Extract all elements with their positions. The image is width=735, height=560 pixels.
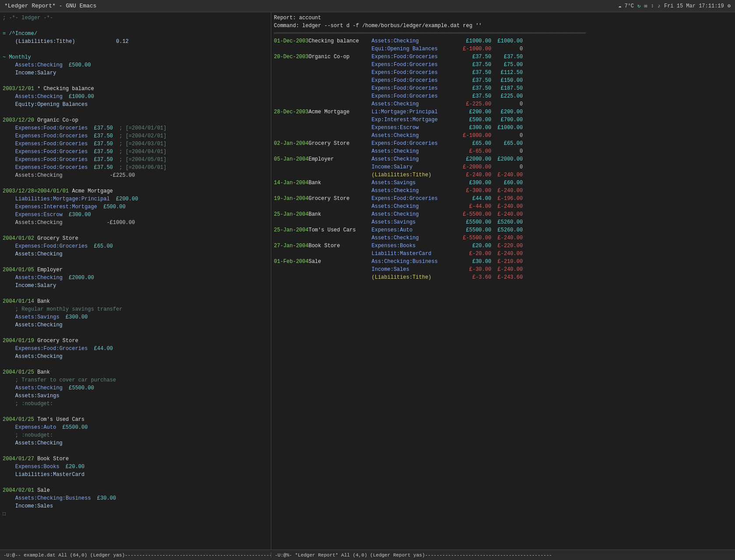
report-row: 01-Dec-2003Checking balance Assets:Check…	[274, 37, 732, 45]
left-line: Assets:Checking:Business £30.00	[3, 494, 268, 502]
volume-icon[interactable]: ♪	[658, 3, 661, 9]
report-row: Assets:Checking £-44.00 £-240.00	[274, 203, 732, 210]
left-line	[3, 290, 268, 298]
report-row: (Liabilities:Tithe) £-3.60 £-243.60	[274, 273, 732, 281]
report-row: Assets:Savings £5500.00 £5260.00	[274, 218, 732, 226]
left-line: Expenses:Auto £5500.00	[3, 424, 268, 431]
left-line: ; Transfer to cover car purchase	[3, 376, 268, 384]
left-line: Assets:Checking £5500.00	[3, 384, 268, 392]
report-row: Expens:Food:Groceries £37.50 £187.50	[274, 84, 732, 92]
report-row: 14-Jan-2004Bank Assets:Savings £300.00 £…	[274, 179, 732, 187]
gear-icon[interactable]: ⚙	[728, 3, 731, 9]
left-line: Assets:Checking -£1000.00	[3, 219, 268, 227]
left-line	[3, 22, 268, 30]
report-row: (Liabilities:Tithe) £-240.00 £-240.00	[274, 171, 732, 179]
statusbar: -U:@-- example.dat All (64,0) (Ledger ya…	[0, 550, 735, 560]
titlebar-right: ☁ 7°C ↻ ✉ ↕ ♪ Fri 15 Mar 17:11:19 ⚙	[618, 3, 731, 9]
report-header1: Report: account	[274, 14, 732, 22]
report-row: Expens:Food:Groceries £37.50 £75.00	[274, 61, 732, 69]
left-line: Expenses:Food:Groceries £37.50 ; [=2004/…	[3, 124, 268, 132]
left-line	[3, 258, 268, 266]
left-line: 2003/12/20 Organic Co-op	[3, 116, 268, 124]
report-row: Assets:Checking £-300.00 £-240.00	[274, 187, 732, 195]
left-line: 2004/01/02 Grocery Store	[3, 234, 268, 242]
left-line: 2004/01/19 Grocery Store	[3, 337, 268, 345]
right-pane: Report: account Command: ledger --sort d…	[271, 12, 735, 550]
left-line: Assets:Checking	[3, 250, 268, 258]
report-row: 28-Dec-2003Acme Mortgage Li:Mortgage:Pri…	[274, 108, 732, 116]
report-row: 02-Jan-2004Grocery Store Expens:Food:Gro…	[274, 140, 732, 147]
report-row: Expenses:Escrow £300.00 £1000.00	[274, 124, 732, 132]
report-row: Equi:Opening Balances £-1000.00 0	[274, 45, 732, 53]
left-line	[3, 179, 268, 187]
report-row: 25-Jan-2004Bank Assets:Checking £-5500.0…	[274, 210, 732, 218]
left-line	[3, 77, 268, 85]
report-row: 01-Feb-2004Sale Ass:Checking:Business £3…	[274, 258, 732, 266]
left-line	[3, 360, 268, 368]
left-line: Assets:Checking	[3, 353, 268, 360]
report-row: Assets:Checking £-1000.00 0	[274, 132, 732, 140]
left-line: Expenses:Food:Groceries £37.50 ; [=2004/…	[3, 132, 268, 140]
left-line: 2004/01/25 Bank	[3, 368, 268, 376]
left-line: Assets:Checking	[3, 321, 268, 329]
left-line: Assets:Checking	[3, 439, 268, 447]
left-line: ; -*- ledger -*-	[3, 14, 268, 22]
report-row: Assets:Checking £-225.00 0	[274, 100, 732, 108]
left-line: Assets:Checking £1000.00	[3, 93, 268, 101]
report-row: Expens:Food:Groceries £37.50 £225.00	[274, 92, 732, 100]
report-header2: Command: ledger --sort d -f /home/borbus…	[274, 22, 732, 30]
left-line: Liabilities:Mortgage:Principal £200.00	[3, 195, 268, 203]
left-line: □	[3, 510, 268, 518]
left-line: 2003/12/28=2004/01/01 Acme Mortgage	[3, 187, 268, 195]
left-line: Expenses:Interest:Mortgage £500.00	[3, 203, 268, 211]
main-container: ; -*- ledger -*- = /^Income/ (Liabilitie…	[0, 12, 735, 550]
left-line: 2004/01/05 Employer	[3, 266, 268, 274]
left-line: 2004/01/25 Tom's Used Cars	[3, 416, 268, 424]
left-line: Expenses:Food:Groceries £65.00	[3, 242, 268, 250]
left-line	[3, 479, 268, 486]
left-line: 2004/01/14 Bank	[3, 298, 268, 305]
report-row: 05-Jan-2004Employer Assets:Checking £200…	[274, 155, 732, 163]
left-line: 2004/02/01 Sale	[3, 486, 268, 494]
refresh-icon[interactable]: ↻	[637, 3, 640, 9]
left-line: ; :nobudget:	[3, 431, 268, 439]
left-line: 2003/12/01 * Checking balance	[3, 85, 268, 93]
left-line: Assets:Savings	[3, 392, 268, 400]
left-line: = /^Income/	[3, 30, 268, 38]
report-separator: ════════════════════════════════════════…	[274, 30, 732, 37]
left-line: 2004/01/27 Book Store	[3, 455, 268, 463]
left-line: Income:Sales	[3, 502, 268, 510]
report-row: 25-Jan-2004Tom's Used Cars Expenses:Auto…	[274, 226, 732, 234]
left-line	[3, 227, 268, 234]
report-row: Liabilit:MasterCard £-20.00 £-240.00	[274, 250, 732, 258]
left-line: Assets:Checking -£225.00	[3, 172, 268, 179]
network-icon[interactable]: ↕	[651, 3, 654, 9]
statusbar-right: -U:@%- *Ledger Report* All (4,0) (Ledger…	[271, 553, 735, 558]
left-line: Expenses:Food:Groceries £37.50 ; [=2004/…	[3, 156, 268, 164]
left-line: Expenses:Escrow £300.00	[3, 211, 268, 219]
statusbar-left: -U:@-- example.dat All (64,0) (Ledger ya…	[0, 553, 271, 558]
report-row: Income:Sales £-30.00 £-240.00	[274, 266, 732, 273]
left-line: Assets:Checking £2000.00	[3, 274, 268, 282]
left-line: Expenses:Books £20.00	[3, 463, 268, 471]
mail-icon[interactable]: ✉	[644, 3, 647, 9]
weather-display: ☁ 7°C	[618, 3, 634, 9]
titlebar: *Ledger Report* - GNU Emacs ☁ 7°C ↻ ✉ ↕ …	[0, 0, 735, 12]
left-line: Income:Salary	[3, 282, 268, 290]
left-line	[3, 329, 268, 337]
report-row: 19-Jan-2004Grocery Store Expens:Food:Gro…	[274, 195, 732, 203]
report-row: 20-Dec-2003Organic Co-op Expens:Food:Gro…	[274, 53, 732, 61]
report-row: Assets:Checking £-5500.00 £-240.00	[274, 234, 732, 242]
report-row: Income:Salary £-2000.00 0	[274, 163, 732, 171]
left-line: ; Regular monthly savings transfer	[3, 305, 268, 313]
left-line	[3, 108, 268, 116]
titlebar-title: *Ledger Report* - GNU Emacs	[4, 3, 97, 9]
left-line	[3, 46, 268, 53]
left-line	[3, 447, 268, 455]
left-line: Assets:Savings £300.00	[3, 313, 268, 321]
left-pane: ; -*- ledger -*- = /^Income/ (Liabilitie…	[0, 12, 271, 550]
report-table: 01-Dec-2003Checking balance Assets:Check…	[274, 37, 732, 281]
left-line	[3, 408, 268, 416]
report-row: Expens:Food:Groceries £37.50 £112.50	[274, 69, 732, 77]
report-row: Expens:Food:Groceries £37.50 £150.00	[274, 77, 732, 84]
